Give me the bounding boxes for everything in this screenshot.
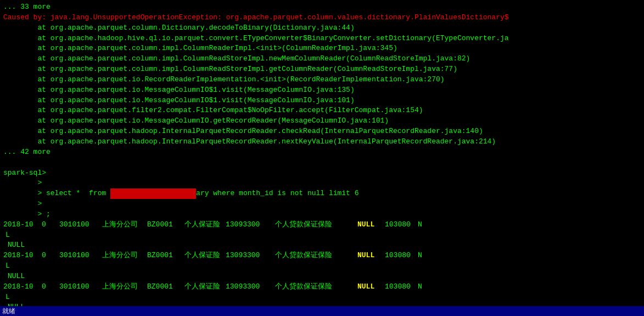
- blank-line: [3, 158, 641, 168]
- stack-line-5: at org.apache.parquet.column.impl.Column…: [3, 64, 641, 75]
- data-row-1: 2018-10 0 3010100 上海分公司 BZ0001 个人保证险 130…: [3, 220, 641, 251]
- status-text: 就绪: [2, 307, 15, 316]
- stack-line-2: at org.apache.hadoop.hive.ql.io.parquet.…: [3, 34, 641, 44]
- stack-line-6: at org.apache.parquet.io.RecordReaderImp…: [3, 75, 641, 85]
- stack-line-11: at org.apache.parquet.hadoop.InternalPar…: [3, 126, 641, 137]
- stack-line-1: at org.apache.parquet.column.Dictionary.…: [3, 23, 641, 34]
- stack-line-8: at org.apache.parquet.io.MessageColumnIO…: [3, 96, 641, 106]
- stack-line-7: at org.apache.parquet.io.MessageColumnIO…: [3, 85, 641, 96]
- terminal: ... 33 more Caused by: java.lang.Unsuppo…: [0, 0, 644, 316]
- spark-prompt-1: spark-sql>: [3, 168, 641, 179]
- stack-line-10: at org.apache.parquet.io.MessageColumnIO…: [3, 116, 641, 126]
- caused-by-line: Caused by: java.lang.UnsupportedOperatio…: [3, 13, 641, 23]
- ellipsis-42: ... 42 more: [3, 147, 641, 158]
- stack-line-4: at org.apache.parquet.column.impl.Column…: [3, 54, 641, 64]
- stack-line-9: at org.apache.parquet.filter2.compat.Fil…: [3, 106, 641, 116]
- status-bar: 就绪: [0, 306, 644, 316]
- arrow-1: >: [3, 178, 641, 189]
- ellipsis-top: ... 33 more: [3, 2, 641, 13]
- stack-line-12: at org.apache.parquet.hadoop.InternalPar…: [3, 137, 641, 147]
- stack-line-3: at org.apache.parquet.column.impl.Column…: [3, 43, 641, 54]
- semicolon-line: > ;: [3, 209, 641, 220]
- data-row-2: 2018-10 0 3010100 上海分公司 BZ0001 个人保证险 130…: [3, 251, 641, 282]
- select-query-line: > select * from ████████████████████ary …: [3, 189, 641, 199]
- arrow-2: >: [3, 199, 641, 209]
